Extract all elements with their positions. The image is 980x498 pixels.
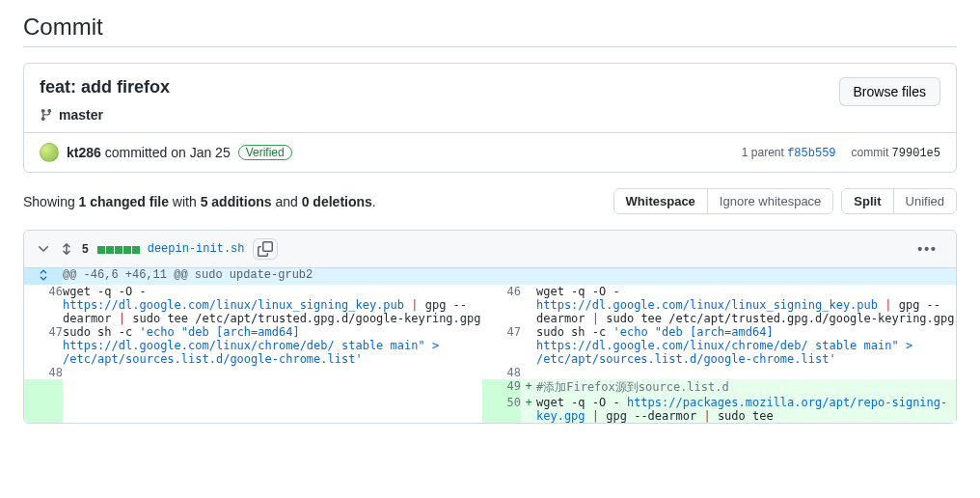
view-toggle: Split Unified xyxy=(841,188,957,214)
code-cell: wget -q -O - https://dl.google.com/linux… xyxy=(63,285,482,325)
branch-icon xyxy=(40,108,53,122)
diff-row-addition: 49 + #添加Firefox源到source.list.d xyxy=(24,379,956,396)
line-number-old[interactable]: 48 xyxy=(24,366,63,379)
parent-sha-link[interactable]: f85b559 xyxy=(787,147,835,160)
ignore-whitespace-button[interactable]: Ignore whitespace xyxy=(708,189,833,213)
line-number-new[interactable]: 46 xyxy=(482,285,521,325)
verified-badge[interactable]: Verified xyxy=(238,145,292,160)
diff-row: 46 wget -q -O - https://dl.google.com/li… xyxy=(24,285,956,325)
collapse-icon[interactable] xyxy=(36,241,51,257)
commit-title: feat: add firefox xyxy=(40,77,940,97)
code-cell: wget -q -O - https://dl.google.com/linux… xyxy=(536,285,956,325)
line-number-new[interactable]: 48 xyxy=(482,366,521,379)
line-number-new[interactable]: 49 xyxy=(482,379,521,396)
avatar[interactable] xyxy=(40,143,59,162)
expand-hunk-button[interactable] xyxy=(24,268,63,285)
commit-sha: 79901e5 xyxy=(892,147,940,160)
commit-box: feat: add firefox Browse files master kt… xyxy=(23,63,957,173)
line-number-new[interactable]: 47 xyxy=(482,325,521,366)
commit-date: on Jan 25 xyxy=(171,145,231,160)
copy-path-button[interactable] xyxy=(253,238,278,260)
expand-all-icon[interactable] xyxy=(59,241,74,257)
split-button[interactable]: Split xyxy=(842,189,893,213)
line-number-old[interactable]: 46 xyxy=(24,285,63,325)
commit-label: commit xyxy=(852,146,892,159)
page-title: Commit xyxy=(23,14,957,41)
hunk-header: @@ -46,6 +46,11 @@ sudo update-grub2 xyxy=(63,268,956,285)
author-link[interactable]: kt286 xyxy=(67,145,101,160)
code-cell: wget -q -O - https://packages.mozilla.or… xyxy=(536,396,956,423)
diff-summary: Showing 1 changed file with 5 additions … xyxy=(23,194,376,209)
diff-row: 48 48 xyxy=(24,366,956,379)
code-cell: #添加Firefox源到source.list.d xyxy=(536,379,956,396)
whitespace-toggle: Whitespace Ignore whitespace xyxy=(613,188,834,214)
code-cell xyxy=(536,366,956,379)
diffstat-icon xyxy=(96,241,140,257)
unified-button[interactable]: Unified xyxy=(894,189,956,213)
committed-text: committed xyxy=(101,145,171,160)
whitespace-button[interactable]: Whitespace xyxy=(614,189,708,213)
browse-files-button[interactable]: Browse files xyxy=(839,77,940,106)
plus-marker: + xyxy=(521,396,536,423)
code-cell: sudo sh -c 'echo "deb [arch=amd64] https… xyxy=(63,325,482,366)
code-cell: sudo sh -c 'echo "deb [arch=amd64] https… xyxy=(536,325,956,366)
diff-row-addition: 50 + wget -q -O - https://packages.mozil… xyxy=(24,396,956,423)
plus-marker: + xyxy=(521,379,536,396)
code-cell xyxy=(63,366,482,379)
line-number-new[interactable]: 50 xyxy=(482,396,521,423)
divider xyxy=(23,46,957,47)
parent-label: 1 parent xyxy=(742,146,787,159)
branch-name[interactable]: master xyxy=(59,107,103,123)
diff-row: 47 sudo sh -c 'echo "deb [arch=amd64] ht… xyxy=(24,325,956,366)
additions-count: 5 xyxy=(82,242,89,256)
file-name-link[interactable]: deepin-init.sh xyxy=(148,242,245,256)
file-menu-button[interactable]: ••• xyxy=(911,237,944,261)
line-number-old[interactable]: 47 xyxy=(24,325,63,366)
file-block: 5 deepin-init.sh ••• @@ -46,6 +46,11 @@ … xyxy=(23,230,957,424)
diff-table: @@ -46,6 +46,11 @@ sudo update-grub2 46 … xyxy=(24,268,956,423)
